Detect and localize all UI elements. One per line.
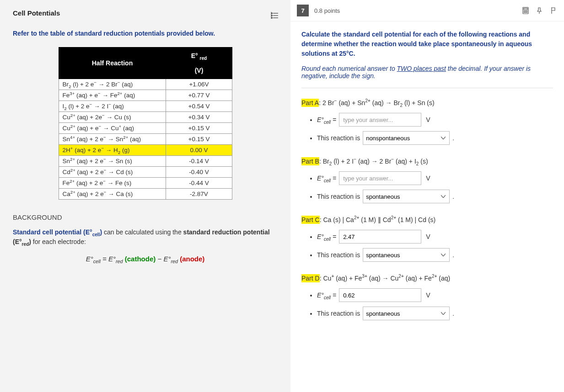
question-points: 0.8 points xyxy=(314,7,340,14)
part-label: Part B: Br2 (l) + 2 I− (aq) → 2 Br− (aq)… xyxy=(301,158,553,165)
th-reaction: Half Reaction xyxy=(59,48,166,79)
half-reaction-cell: Cu2+ (aq) + 2e− → Cu (s) xyxy=(59,112,166,123)
half-reaction-cell: Ca2+ (aq) + 2 e− → Ca (s) xyxy=(59,189,166,200)
question-intro: Calculate the standard cell potential fo… xyxy=(301,30,553,58)
potential-value-cell: +0.77 V xyxy=(166,90,232,101)
flag-icon[interactable] xyxy=(548,6,558,15)
table-row: I2 (l) + 2 e− → 2 I− (aq)+0.54 V xyxy=(59,101,232,112)
question-header: 7 0.8 points xyxy=(290,0,564,21)
table-row: Ca2+ (aq) + 2 e− → Ca (s)-2.87V xyxy=(59,189,232,200)
svg-point-4 xyxy=(272,15,273,16)
part-label: Part A: 2 Br− (aq) + Sn2+ (aq) → Br2 (l)… xyxy=(301,99,553,106)
potentials-table-wrap: Half Reaction E° red (V) Br2 (l) + 2 e− … xyxy=(13,47,278,200)
potential-value-cell: +1.06V xyxy=(166,79,232,90)
ecell-row: E°cell =V xyxy=(317,113,553,127)
reaction-is-label: This reaction is xyxy=(317,134,360,142)
potential-value-cell: +0.15 V xyxy=(166,123,232,134)
ecell-label: E°cell = xyxy=(317,291,336,299)
cell-potential-formula: E°cell = E°red (cathode) − E°red (anode) xyxy=(13,255,278,263)
svg-point-10 xyxy=(526,11,527,11)
potentials-table: Half Reaction E° red (V) Br2 (l) + 2 e− … xyxy=(59,47,232,200)
half-reaction-cell: Br2 (l) + 2 e− → 2 Br− (aq) xyxy=(59,79,166,90)
potential-value-cell: -0.44 V xyxy=(166,178,232,189)
potential-value-cell: -2.87V xyxy=(166,189,232,200)
svg-point-13 xyxy=(526,12,527,12)
svg-point-5 xyxy=(272,17,273,18)
half-reaction-cell: 2H+ (aq) + 2 e− → H2 (g) xyxy=(59,145,166,156)
reaction-is-label: This reaction is xyxy=(317,193,360,200)
background-heading: BACKGROUND xyxy=(13,213,278,221)
potential-value-cell: +0.15 V xyxy=(166,134,232,145)
svg-point-9 xyxy=(525,11,526,11)
instruction-text: Refer to the table of standard reduction… xyxy=(13,30,278,37)
reaction-is-label: This reaction is xyxy=(317,310,360,317)
table-row: Cd2+ (aq) + 2 e− → Cd (s)-0.40 V xyxy=(59,167,232,178)
unit-label: V xyxy=(426,233,430,240)
half-reaction-cell: Cd2+ (aq) + 2 e− → Cd (s) xyxy=(59,167,166,178)
question-part: Part C: Ca (s) | Ca2+ (1 M) ‖ Cd2+ (1 M)… xyxy=(301,216,553,262)
svg-point-11 xyxy=(524,12,524,12)
table-row: Cu2+ (aq) + 2e− → Cu (s)+0.34 V xyxy=(59,112,232,123)
calculator-icon[interactable] xyxy=(521,6,530,15)
ecell-label: E°cell = xyxy=(317,116,336,123)
question-part: Part D: Cu+ (aq) + Fe3+ (aq) → Cu2+ (aq)… xyxy=(301,275,553,320)
unit-label: V xyxy=(426,175,430,182)
th-ered: E° red (V) xyxy=(166,48,232,79)
question-body: Calculate the standard cell potential fo… xyxy=(290,21,564,392)
separator xyxy=(301,88,553,88)
question-part: Part B: Br2 (l) + 2 I− (aq) → 2 Br− (aq)… xyxy=(301,158,553,203)
spontaneity-row: This reaction isspontaneousnonspontaneou… xyxy=(317,190,553,203)
spontaneity-row: This reaction isspontaneousnonspontaneou… xyxy=(317,307,553,320)
spontaneity-select[interactable]: spontaneousnonspontaneous xyxy=(363,190,450,203)
ecell-row: E°cell =V xyxy=(317,288,553,302)
ecell-input[interactable] xyxy=(339,230,421,244)
half-reaction-cell: I2 (l) + 2 e− → 2 I− (aq) xyxy=(59,101,166,112)
ecell-row: E°cell =V xyxy=(317,171,553,185)
pin-icon[interactable] xyxy=(535,6,544,15)
potential-value-cell: 0.00 V xyxy=(166,145,232,156)
spontaneity-select[interactable]: spontaneousnonspontaneous xyxy=(363,248,450,262)
page-title: Cell Potentials xyxy=(13,9,278,17)
spontaneity-row: This reaction isspontaneousnonspontaneou… xyxy=(317,248,553,262)
svg-rect-7 xyxy=(524,8,527,10)
ecell-label: E°cell = xyxy=(317,175,336,182)
half-reaction-cell: Cu2+ (aq) + e− → Cu+ (aq) xyxy=(59,123,166,134)
svg-point-12 xyxy=(525,12,526,12)
spontaneity-select[interactable]: spontaneousnonspontaneous xyxy=(363,131,450,145)
table-row: Fe2+ (aq) + 2 e− → Fe (s)-0.44 V xyxy=(59,178,232,189)
half-reaction-cell: Sn4+ (aq) + 2 e− → Sn2+ (aq) xyxy=(59,134,166,145)
table-row: 2H+ (aq) + 2 e− → H2 (g)0.00 V xyxy=(59,145,232,156)
unit-label: V xyxy=(426,116,430,123)
table-row: Sn4+ (aq) + 2 e− → Sn2+ (aq)+0.15 V xyxy=(59,134,232,145)
svg-point-8 xyxy=(524,11,524,11)
list-settings-icon[interactable] xyxy=(269,10,280,21)
potential-value-cell: +0.54 V xyxy=(166,101,232,112)
spontaneity-row: This reaction isspontaneousnonspontaneou… xyxy=(317,131,553,145)
reference-pane: Cell Potentials Refer to the table of st… xyxy=(0,0,290,392)
table-row: Br2 (l) + 2 e− → 2 Br− (aq)+1.06V xyxy=(59,79,232,90)
half-reaction-cell: Sn2+ (aq) + 2 e− → Sn (s) xyxy=(59,156,166,167)
ecell-input[interactable] xyxy=(339,171,421,185)
ecell-row: E°cell =V xyxy=(317,230,553,244)
ecell-input[interactable] xyxy=(339,113,421,127)
rounding-note: Round each numerical answer to TWO place… xyxy=(301,65,553,79)
reaction-is-label: This reaction is xyxy=(317,251,360,259)
unit-label: V xyxy=(426,291,430,299)
half-reaction-cell: Fe3+ (aq) + e− → Fe2+ (aq) xyxy=(59,90,166,101)
part-label: Part D: Cu+ (aq) + Fe3+ (aq) → Cu2+ (aq)… xyxy=(301,275,553,282)
half-reaction-cell: Fe2+ (aq) + 2 e− → Fe (s) xyxy=(59,178,166,189)
background-text: Standard cell potential (E°cell) can be … xyxy=(13,228,278,247)
question-pane: 7 0.8 points Calculate t xyxy=(290,0,564,392)
potential-value-cell: -0.40 V xyxy=(166,167,232,178)
ecell-label: E°cell = xyxy=(317,233,336,240)
table-row: Cu2+ (aq) + e− → Cu+ (aq)+0.15 V xyxy=(59,123,232,134)
question-number-badge: 7 xyxy=(297,5,309,16)
question-part: Part A: 2 Br− (aq) + Sn2+ (aq) → Br2 (l)… xyxy=(301,99,553,145)
part-label: Part C: Ca (s) | Ca2+ (1 M) ‖ Cd2+ (1 M)… xyxy=(301,216,553,223)
potential-value-cell: +0.34 V xyxy=(166,112,232,123)
spontaneity-select[interactable]: spontaneousnonspontaneous xyxy=(363,307,450,320)
potential-value-cell: -0.14 V xyxy=(166,156,232,167)
svg-point-3 xyxy=(272,13,273,14)
table-row: Fe3+ (aq) + e− → Fe2+ (aq)+0.77 V xyxy=(59,90,232,101)
ecell-input[interactable] xyxy=(339,288,421,302)
